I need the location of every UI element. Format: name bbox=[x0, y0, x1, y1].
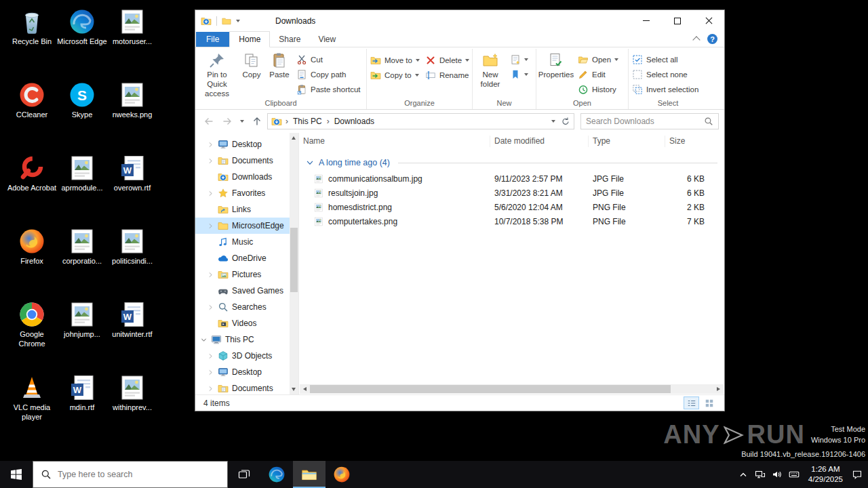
desktop-icon-firefox[interactable]: Firefox bbox=[7, 228, 57, 266]
paste-button[interactable]: Paste bbox=[265, 49, 294, 80]
easy-access-button[interactable] bbox=[510, 68, 528, 80]
file-row[interactable]: communicationsalbum.jpg 9/11/2023 2:57 P… bbox=[299, 171, 724, 186]
file-name-cell[interactable]: homesdistrict.png bbox=[299, 203, 490, 212]
copy-button[interactable]: Copy bbox=[238, 49, 265, 80]
file-name-cell[interactable]: computertakes.png bbox=[299, 217, 490, 226]
desktop-icon-nweeks[interactable]: nweeks.png bbox=[107, 81, 157, 120]
taskbar-clock[interactable]: 1:26 AM 4/29/2025 bbox=[803, 464, 848, 485]
nav-item-saved-games[interactable]: Saved Games bbox=[195, 283, 298, 299]
nav-item-desktop[interactable]: Desktop bbox=[195, 136, 298, 152]
new-item-button[interactable] bbox=[510, 54, 528, 65]
taskbar-file-explorer-button[interactable] bbox=[293, 461, 326, 488]
action-center-button[interactable] bbox=[848, 461, 865, 488]
desktop-icon-ccleaner[interactable]: CCleaner bbox=[7, 81, 57, 120]
taskbar-search-input[interactable] bbox=[58, 470, 220, 479]
chevron-right-icon[interactable] bbox=[207, 222, 214, 230]
tab-share[interactable]: Share bbox=[270, 32, 309, 47]
chevron-right-icon[interactable] bbox=[207, 352, 214, 360]
close-button[interactable] bbox=[693, 10, 724, 31]
scroll-right-icon[interactable] bbox=[717, 387, 720, 391]
search-input[interactable] bbox=[586, 117, 704, 126]
desktop-icon-johnjump[interactable]: johnjump... bbox=[57, 301, 107, 340]
nav-scrollbar[interactable] bbox=[290, 133, 298, 394]
nav-item-desktop-pc[interactable]: Desktop bbox=[195, 364, 298, 380]
desktop-icon-google-chrome[interactable]: Google Chrome bbox=[7, 301, 57, 349]
chevron-down-icon[interactable] bbox=[305, 158, 315, 167]
desktop-icon-skype[interactable]: Skype bbox=[57, 81, 107, 120]
chevron-right-icon[interactable] bbox=[207, 304, 214, 311]
file-row[interactable]: resultsjoin.jpg 3/31/2023 8:21 AM JPG Fi… bbox=[299, 186, 724, 200]
tab-home[interactable]: Home bbox=[229, 31, 270, 47]
file-name-cell[interactable]: resultsjoin.jpg bbox=[299, 188, 490, 198]
minimize-ribbon-icon[interactable] bbox=[692, 36, 700, 43]
scroll-down-icon[interactable] bbox=[292, 388, 296, 391]
desktop-icon-microsoft-edge[interactable]: Microsoft Edge bbox=[57, 8, 107, 47]
folder-icon[interactable] bbox=[222, 16, 231, 26]
nav-item-searches[interactable]: Searches bbox=[195, 299, 298, 315]
open-button[interactable]: Open bbox=[578, 54, 618, 65]
cut-button[interactable]: Cut bbox=[296, 54, 361, 65]
select-all-button[interactable]: Select all bbox=[632, 54, 698, 65]
up-button[interactable] bbox=[249, 113, 265, 129]
recent-locations-button[interactable] bbox=[237, 113, 247, 129]
chevron-right-icon[interactable] bbox=[207, 157, 214, 165]
new-folder-button[interactable]: New folder bbox=[473, 49, 507, 89]
nav-item-favorites[interactable]: Favorites bbox=[195, 185, 298, 201]
taskbar-firefox-button[interactable] bbox=[326, 461, 358, 488]
nav-scrollbar-thumb[interactable] bbox=[290, 228, 298, 292]
copy-to-button[interactable]: Copy to bbox=[370, 69, 420, 81]
forward-button[interactable] bbox=[219, 113, 235, 129]
invert-selection-button[interactable]: Invert selection bbox=[632, 83, 698, 95]
task-view-button[interactable] bbox=[228, 461, 260, 488]
tray-volume-button[interactable] bbox=[769, 461, 786, 488]
column-header-date-modified[interactable]: Date modified bbox=[490, 136, 589, 147]
desktop-icon-overown[interactable]: overown.rtf bbox=[107, 155, 157, 193]
maximize-button[interactable] bbox=[662, 10, 693, 31]
pin-to-quick-access-button[interactable]: Pin to Quick access bbox=[196, 49, 238, 98]
horizontal-scrollbar-thumb[interactable] bbox=[310, 385, 671, 393]
search-icon[interactable] bbox=[704, 117, 713, 126]
scroll-up-icon[interactable] bbox=[292, 136, 296, 140]
chevron-right-icon[interactable] bbox=[207, 141, 214, 148]
nav-item-documents[interactable]: Documents bbox=[195, 152, 298, 169]
taskbar-search-box[interactable] bbox=[33, 461, 228, 488]
nav-item-downloads[interactable]: Downloads bbox=[195, 169, 298, 185]
nav-item-videos[interactable]: Videos bbox=[195, 315, 298, 331]
tray-show-hidden-icons-button[interactable] bbox=[735, 461, 752, 488]
taskbar-edge-button[interactable] bbox=[260, 461, 293, 488]
move-to-button[interactable]: Move to bbox=[370, 54, 420, 66]
file-row[interactable]: homesdistrict.png 5/6/2020 12:04 AM PNG … bbox=[299, 200, 724, 214]
chevron-down-icon[interactable] bbox=[200, 336, 208, 344]
tab-file[interactable]: File bbox=[196, 32, 229, 47]
select-none-button[interactable]: Select none bbox=[632, 68, 698, 80]
column-header-size[interactable]: Size bbox=[665, 136, 717, 147]
tray-network-button[interactable] bbox=[752, 461, 769, 488]
thumbnail-view-button[interactable] bbox=[701, 396, 717, 409]
details-view-button[interactable] bbox=[684, 396, 699, 409]
horizontal-scrollbar[interactable] bbox=[300, 384, 724, 394]
desktop-icon-recycle-bin[interactable]: Recycle Bin bbox=[7, 8, 57, 47]
nav-item-links[interactable]: Links bbox=[195, 201, 298, 218]
minimize-button[interactable] bbox=[631, 10, 662, 31]
scroll-left-icon[interactable] bbox=[303, 387, 307, 391]
address-dropdown-icon[interactable] bbox=[551, 120, 555, 123]
title-bar[interactable]: Downloads bbox=[195, 10, 724, 31]
search-box[interactable] bbox=[580, 113, 719, 129]
properties-button[interactable]: Properties bbox=[537, 49, 575, 80]
chevron-right-icon[interactable] bbox=[207, 369, 214, 376]
desktop-icon-politicsindi[interactable]: politicsindi... bbox=[107, 228, 157, 266]
chevron-right-icon[interactable] bbox=[207, 385, 214, 392]
column-header-name[interactable]: Name bbox=[299, 136, 490, 147]
desktop-icon-corporatio[interactable]: corporatio... bbox=[57, 228, 107, 266]
desktop-icon-withinprev[interactable]: withinprev... bbox=[107, 374, 157, 413]
refresh-icon[interactable] bbox=[561, 117, 570, 126]
file-group-header[interactable]: A long time ago (4) bbox=[299, 154, 724, 171]
help-icon[interactable]: ? bbox=[707, 34, 717, 44]
desktop-icon-motoruser[interactable]: motoruser... bbox=[107, 8, 157, 47]
quick-access-toolbar-dropdown-icon[interactable] bbox=[236, 20, 240, 22]
breadcrumb-downloads[interactable]: Downloads bbox=[333, 117, 376, 126]
copy-path-button[interactable]: Copy path bbox=[296, 68, 361, 80]
nav-item-music[interactable]: Music bbox=[195, 234, 298, 250]
rename-button[interactable]: Rename bbox=[425, 69, 469, 81]
desktop-icon-adobe-acrobat[interactable]: Adobe Acrobat bbox=[7, 155, 57, 193]
